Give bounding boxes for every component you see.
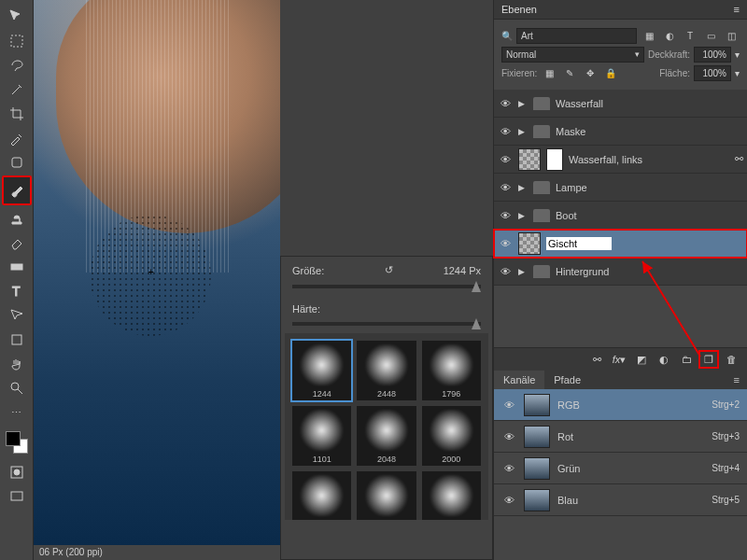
type-tool[interactable]: T	[6, 280, 28, 302]
link-layers-icon[interactable]: ⚯	[588, 352, 605, 367]
tab-paths[interactable]: Pfade	[544, 371, 590, 389]
move-tool[interactable]	[6, 6, 28, 28]
layer-row[interactable]: 👁▶Lampe	[494, 174, 747, 202]
channel-shortcut: Strg+3	[712, 431, 740, 441]
shape-tool[interactable]	[6, 329, 28, 351]
layer-thumb	[518, 148, 541, 171]
channel-row[interactable]: 👁RotStrg+3	[494, 421, 747, 453]
lock-trans-icon[interactable]: ▦	[541, 66, 557, 81]
expand-icon[interactable]: ▶	[518, 183, 528, 192]
visibility-icon[interactable]: 👁	[498, 154, 513, 165]
channel-name: RGB	[557, 399, 580, 411]
brush-preset[interactable]: 1244	[292, 341, 351, 400]
visibility-icon[interactable]: 👁	[498, 210, 513, 221]
layer-filter-dropdown[interactable]: Art	[516, 28, 637, 44]
panel-menu-icon[interactable]: ≡	[734, 4, 740, 15]
tab-channels[interactable]: Kanäle	[494, 371, 544, 389]
channel-row[interactable]: 👁BlauStrg+5	[494, 484, 747, 516]
blend-mode-dropdown[interactable]: Normal	[501, 47, 644, 63]
layer-row[interactable]: 👁▶Hintergrund	[494, 258, 747, 286]
filter-adjust-icon[interactable]: ◐	[661, 29, 678, 44]
visibility-icon[interactable]: 👁	[498, 266, 513, 277]
zoom-tool[interactable]	[6, 377, 28, 399]
channel-row[interactable]: 👁RGBStrg+2	[494, 389, 747, 421]
brush-preset[interactable]: 2000	[292, 471, 351, 520]
expand-icon[interactable]: ▶	[518, 267, 528, 276]
fx-icon[interactable]: fx▾	[611, 352, 627, 367]
more-tools[interactable]: ⋯	[6, 401, 28, 424]
screenmode-toggle[interactable]	[6, 485, 28, 508]
layer-row[interactable]: 👁Wasserfall, links⚯	[494, 146, 747, 174]
hardness-slider[interactable]	[292, 322, 481, 326]
filter-shape-icon[interactable]: ▭	[702, 29, 719, 44]
hardness-label: Härte:	[292, 303, 339, 315]
brush-preset[interactable]: 2048	[357, 406, 416, 466]
visibility-icon[interactable]: 👁	[498, 126, 513, 137]
adjustment-icon[interactable]: ◐	[655, 352, 672, 367]
brush-preset[interactable]: 2000	[422, 406, 481, 466]
channel-shortcut: Strg+5	[712, 495, 740, 505]
expand-icon[interactable]: ▶	[518, 127, 528, 136]
visibility-icon[interactable]: 👁	[501, 495, 516, 506]
layer-name: Wasserfall, links	[569, 154, 642, 165]
channels-menu-icon[interactable]: ≡	[726, 371, 747, 389]
layer-row[interactable]: 👁▶Boot	[494, 202, 747, 230]
marquee-tool[interactable]	[6, 30, 28, 52]
add-mask-icon[interactable]: ◩	[633, 352, 650, 367]
layers-footer: ⚯ fx▾ ◩ ◐ 🗀 ❐ 🗑	[494, 347, 747, 371]
brush-tool[interactable]	[2, 175, 32, 205]
gradient-tool[interactable]	[6, 256, 28, 278]
folder-icon	[533, 265, 550, 278]
visibility-icon[interactable]: 👁	[501, 463, 516, 474]
visibility-icon[interactable]: 👁	[498, 182, 513, 193]
layer-row[interactable]: 👁▶Maske	[494, 118, 747, 146]
visibility-icon[interactable]: 👁	[498, 238, 513, 249]
hand-tool[interactable]	[6, 353, 28, 375]
channels-tabs: Kanäle Pfade ≡	[494, 371, 747, 389]
eraser-tool[interactable]	[6, 231, 28, 254]
wand-tool[interactable]	[6, 78, 28, 101]
filter-type-icon[interactable]: T	[682, 29, 698, 44]
channel-row[interactable]: 👁GrünStrg+4	[494, 453, 747, 484]
brush-preset[interactable]: 1101	[292, 406, 351, 466]
size-slider[interactable]	[292, 285, 481, 288]
eyedropper-tool[interactable]	[6, 127, 28, 149]
quickmask-toggle[interactable]	[6, 461, 28, 483]
reset-size-icon[interactable]: ↺	[385, 264, 398, 277]
document-canvas[interactable]	[34, 0, 280, 545]
expand-icon[interactable]: ▶	[518, 211, 528, 220]
patch-tool[interactable]	[6, 151, 28, 174]
expand-icon[interactable]: ▶	[518, 99, 528, 108]
layer-row[interactable]: 👁▶Wasserfall	[494, 90, 747, 118]
svg-rect-2	[11, 264, 22, 270]
size-value[interactable]: 1244 Px	[444, 265, 481, 276]
opacity-input[interactable]: 100%	[694, 47, 731, 63]
lasso-tool[interactable]	[6, 54, 28, 77]
filter-pixel-icon[interactable]: ▦	[641, 29, 657, 44]
visibility-icon[interactable]: 👁	[501, 431, 516, 442]
crop-tool[interactable]	[6, 103, 28, 125]
brush-preset[interactable]: 2000	[422, 471, 481, 520]
link-icon[interactable]: ⚯	[735, 153, 743, 165]
lock-move-icon[interactable]: ✥	[582, 66, 599, 81]
new-group-icon[interactable]: 🗀	[678, 352, 695, 367]
layer-name-input[interactable]	[546, 237, 612, 250]
visibility-icon[interactable]: 👁	[501, 399, 516, 411]
stamp-tool[interactable]	[6, 207, 28, 230]
brush-preset[interactable]: 2448	[357, 341, 416, 400]
delete-layer-icon[interactable]: 🗑	[723, 352, 740, 367]
filter-smart-icon[interactable]: ◫	[723, 29, 740, 44]
lock-paint-icon[interactable]: ✎	[561, 66, 578, 81]
color-swatches[interactable]	[6, 431, 28, 454]
lock-all-icon[interactable]: 🔒	[602, 66, 619, 81]
brush-preset[interactable]: 2000	[357, 471, 416, 520]
new-layer-icon[interactable]: ❐	[700, 352, 717, 367]
visibility-icon[interactable]: 👁	[498, 98, 513, 109]
path-tool[interactable]	[6, 304, 28, 327]
fill-input[interactable]: 100%	[694, 65, 731, 81]
layer-row[interactable]: 👁	[494, 230, 747, 258]
brush-preset[interactable]: 1796	[422, 341, 481, 400]
layers-tab[interactable]: Ebenen ≡	[494, 0, 747, 20]
svg-text:T: T	[12, 284, 21, 299]
size-label: Größe:	[292, 265, 339, 276]
